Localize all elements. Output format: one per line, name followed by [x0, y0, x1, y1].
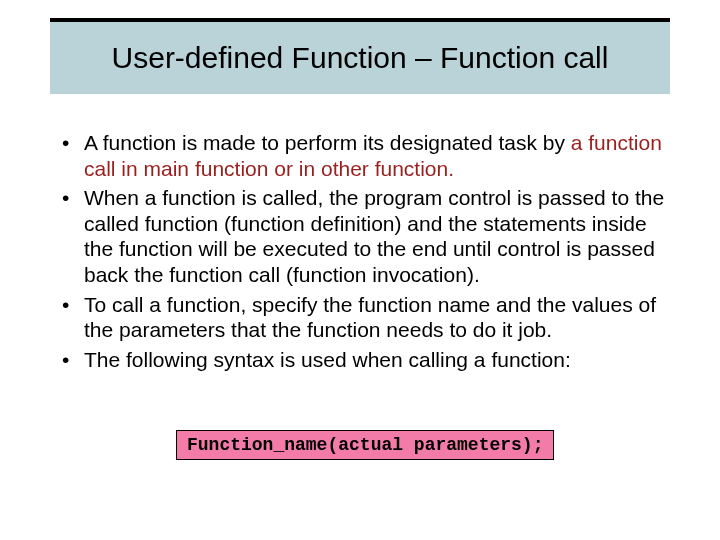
list-item: A function is made to perform its design…: [54, 130, 666, 181]
bullet-text: To call a function, specify the function…: [84, 293, 656, 342]
list-item: When a function is called, the program c…: [54, 185, 666, 287]
slide-title: User-defined Function – Function call: [112, 41, 609, 75]
bullet-text: The following syntax is used when callin…: [84, 348, 571, 371]
list-item: To call a function, specify the function…: [54, 292, 666, 343]
list-item: The following syntax is used when callin…: [54, 347, 666, 373]
bullet-list: A function is made to perform its design…: [54, 130, 666, 372]
body-content: A function is made to perform its design…: [54, 130, 666, 376]
title-box: User-defined Function – Function call: [50, 18, 670, 94]
syntax-box: Function_name(actual parameters);: [176, 430, 554, 460]
bullet-text: When a function is called, the program c…: [84, 186, 664, 286]
slide: User-defined Function – Function call A …: [0, 0, 720, 540]
bullet-text: A function is made to perform its design…: [84, 131, 571, 154]
syntax-text: Function_name(actual parameters);: [187, 435, 543, 455]
